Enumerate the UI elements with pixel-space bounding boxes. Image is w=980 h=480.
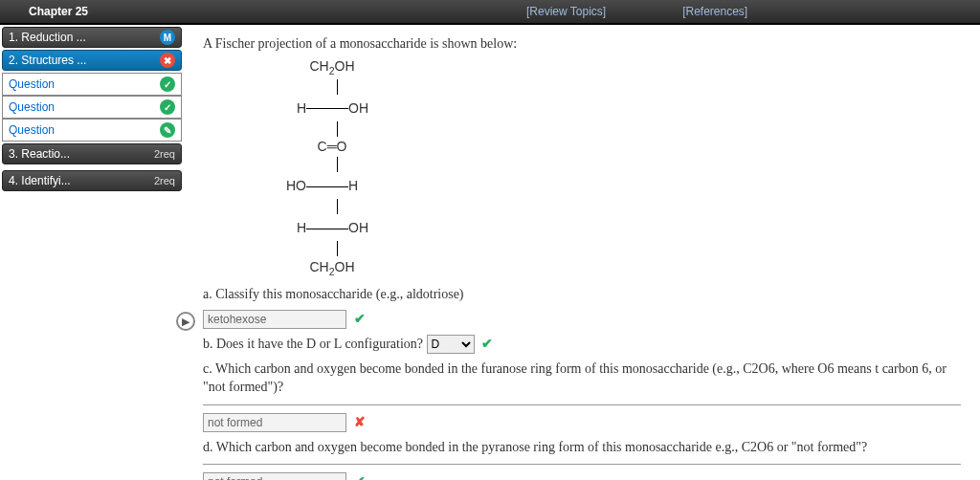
sidebar-item-reduction[interactable]: 1. Reduction ... M xyxy=(2,27,182,48)
expand-icon[interactable]: ▶ xyxy=(176,312,195,331)
sidebar-item-label: 4. Identifyi... xyxy=(9,174,71,187)
badge-m-icon: M xyxy=(160,30,175,45)
question-b: b. Does it have the D or L configuration… xyxy=(203,337,423,351)
fischer-bottom: CH2OH xyxy=(270,260,394,277)
answer-c-input[interactable] xyxy=(203,413,346,432)
check-icon: ✔ xyxy=(481,337,493,351)
question-d: d. Which carbon and oxygen become bonded… xyxy=(203,438,961,457)
sidebar: 1. Reduction ... M 2. Structures ... ✖ Q… xyxy=(0,25,184,480)
fischer-top: CH2OH xyxy=(270,59,394,76)
answer-d-input[interactable] xyxy=(203,472,346,480)
sidebar-item-label: 1. Reduction ... xyxy=(9,31,86,44)
close-icon: ✖ xyxy=(160,53,175,68)
check-icon: ✔ xyxy=(354,312,366,326)
sidebar-item-reactio[interactable]: 3. Reactio... 2req xyxy=(2,143,182,164)
check-icon: ✔ xyxy=(354,474,366,480)
intro-text: A Fischer projection of a monosaccharide… xyxy=(203,36,961,52)
sidebar-item-label: 2. Structures ... xyxy=(9,54,86,67)
question-a: a. Classify this monosaccharide (e.g., a… xyxy=(203,285,961,304)
top-bar: Chapter 25 [Review Topics] [References] xyxy=(0,0,980,25)
sidebar-sub-question-2[interactable]: Question ✓ xyxy=(2,96,182,119)
check-icon: ✓ xyxy=(160,99,175,115)
divider xyxy=(203,404,961,405)
sidebar-sub-question-1[interactable]: Question ✓ xyxy=(2,73,182,96)
sidebar-item-structures[interactable]: 2. Structures ... ✖ xyxy=(2,50,182,71)
references-link[interactable]: [References] xyxy=(682,5,747,18)
fischer-projection: CH2OH HOH C═O HOH HOH CH2OH xyxy=(270,59,961,277)
chapter-title: Chapter 25 xyxy=(0,5,526,18)
sidebar-item-label: Question xyxy=(9,123,55,137)
pencil-icon: ✎ xyxy=(160,122,175,138)
cross-icon: ✘ xyxy=(354,415,366,429)
sidebar-item-identifyi[interactable]: 4. Identifyi... 2req xyxy=(2,170,182,191)
answer-a-input[interactable] xyxy=(203,310,346,329)
answer-b-select[interactable]: D xyxy=(427,335,475,354)
sidebar-sub-question-3[interactable]: Question ✎ xyxy=(2,119,182,142)
divider xyxy=(203,464,961,465)
sidebar-item-label: 3. Reactio... xyxy=(9,147,70,161)
sidebar-item-label: Question xyxy=(9,77,55,91)
content-area: A Fischer projection of a monosaccharide… xyxy=(184,25,980,480)
check-icon: ✓ xyxy=(160,76,175,92)
sidebar-item-label: Question xyxy=(9,100,55,114)
req-badge: 2req xyxy=(154,175,175,186)
question-c: c. Which carbon and oxygen become bonded… xyxy=(203,360,961,397)
review-topics-link[interactable]: [Review Topics] xyxy=(526,5,606,18)
req-badge: 2req xyxy=(154,148,175,160)
